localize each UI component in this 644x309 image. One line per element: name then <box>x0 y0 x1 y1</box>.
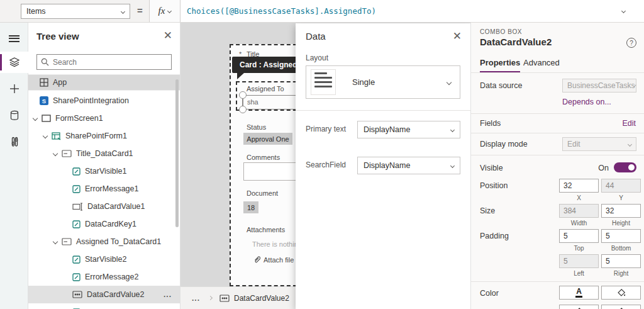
property-selector[interactable]: Items <box>21 4 130 19</box>
primary-text-value: DisplayName <box>364 125 410 134</box>
font-color-button[interactable]: A <box>559 286 599 300</box>
chevron-expanded-icon[interactable] <box>53 151 58 156</box>
tree-item-title-datacard1[interactable]: Title_DataCard1 <box>28 145 180 162</box>
tree-item-errormessage2[interactable]: ErrorMessage2 <box>28 268 180 286</box>
data-sources-button[interactable] <box>0 104 28 126</box>
tree-view-button[interactable] <box>0 52 28 73</box>
close-icon[interactable]: ✕ <box>453 30 462 43</box>
layout-dropdown[interactable]: Single <box>306 65 460 99</box>
tree-item-label: DataCardValue1 <box>87 202 145 211</box>
tree-item-label: DataCardKey1 <box>85 220 136 228</box>
tree-item-clipped[interactable] <box>28 303 180 309</box>
advanced-tools-button[interactable] <box>0 131 28 152</box>
breadcrumb-ellipsis[interactable]: ... <box>192 294 200 303</box>
tree-item-label: FormScreen1 <box>55 114 103 123</box>
database-icon <box>9 110 19 121</box>
tree-view-header: Tree view ✕ <box>28 23 180 50</box>
divider <box>471 72 644 73</box>
chevron-expanded-icon[interactable] <box>33 116 38 121</box>
primary-text-dropdown[interactable]: DisplayName <box>357 121 460 138</box>
position-label: Position <box>480 181 508 190</box>
chevron-down-icon <box>628 142 632 146</box>
paint-bucket-icon <box>617 288 626 297</box>
fields-edit-link[interactable]: Edit <box>622 119 636 128</box>
resize-handle[interactable] <box>239 106 247 113</box>
powerapps-studio: Items = fx Choices([@BusinessCaseTasks].… <box>0 0 644 309</box>
position-x-input[interactable]: 32 <box>559 179 599 193</box>
tree-view-panel: Tree view ✕ App S SharePointIntegration <box>28 23 180 309</box>
insert-button[interactable] <box>0 78 28 99</box>
sharepoint-icon: S <box>40 96 48 105</box>
help-icon[interactable]: ? <box>626 38 636 48</box>
left-label: Left <box>559 270 599 277</box>
search-field-value: DisplayName <box>364 161 410 170</box>
tree-item-label: DataCardValue2 <box>87 290 145 299</box>
tab-properties[interactable]: Properties <box>480 58 520 73</box>
properties-panel: COMBO BOX DataCardValue2 ? Properties Ad… <box>470 23 644 309</box>
tree-item-assignedto-datacard1[interactable]: Assigned To_DataCard1 <box>28 233 180 250</box>
color-label: Color <box>480 289 499 298</box>
selection-fill-button-clipped[interactable] <box>601 305 641 309</box>
tree-item-label: App <box>53 78 67 87</box>
tree-item-starvisible2[interactable]: StarVisible2 <box>28 250 180 268</box>
depends-on-link[interactable]: Depends on... <box>562 98 611 106</box>
padding-bottom-input[interactable]: 5 <box>601 229 641 243</box>
tree-item-starvisible1[interactable]: StarVisible1 <box>28 162 180 180</box>
padding-left-input[interactable]: 5 <box>559 254 599 268</box>
search-field-dropdown[interactable]: DisplayName <box>357 157 460 174</box>
control-type-label: COMBO BOX <box>480 28 522 35</box>
attach-file-link[interactable]: Attach file <box>253 256 294 264</box>
tree-item-datacardvalue2-selected[interactable]: DataCardValue2 ... <box>28 286 180 303</box>
tree-item-errormessage1[interactable]: ErrorMessage1 <box>28 180 180 198</box>
display-mode-dropdown[interactable]: Edit <box>562 137 636 151</box>
padding-top-input[interactable]: 5 <box>559 229 599 243</box>
tree-item-sharepointintegration[interactable]: S SharePointIntegration <box>28 92 180 110</box>
tree-item-sharepointform1[interactable]: SharePointForm1 <box>28 127 180 145</box>
close-icon[interactable]: ✕ <box>164 29 172 42</box>
tree-item-label: SharePointForm1 <box>65 132 127 140</box>
padding-right-input[interactable]: 5 <box>601 254 641 268</box>
position-y-input[interactable]: 44 <box>601 179 641 193</box>
size-height-value: 32 <box>606 206 614 215</box>
top-label: Top <box>559 245 599 252</box>
tree-item-datacardkey1[interactable]: DataCardKey1 <box>28 215 180 233</box>
divider <box>296 110 470 111</box>
equals-sign: = <box>137 5 143 16</box>
resize-handle[interactable] <box>239 91 247 99</box>
tree-item-label: ErrorMessage1 <box>85 184 138 193</box>
tree-search[interactable] <box>36 54 172 70</box>
chevron-expanded-icon[interactable] <box>53 239 58 244</box>
status-value[interactable]: Approval One <box>243 133 292 145</box>
display-mode-label: Display mode <box>480 140 528 149</box>
bottom-label: Bottom <box>601 245 641 252</box>
hamburger-menu-button[interactable] <box>0 28 28 49</box>
label-icon <box>72 185 80 193</box>
control-name: DataCardValue2 <box>480 37 552 47</box>
selection-color-button-clipped[interactable] <box>559 305 599 309</box>
size-height-input[interactable]: 32 <box>601 204 641 218</box>
padding-label: Padding <box>480 232 509 240</box>
tree-view-title: Tree view <box>36 31 79 42</box>
form-icon <box>52 132 61 140</box>
search-input[interactable] <box>53 58 167 67</box>
document-value[interactable]: 18 <box>243 201 258 213</box>
tree-item-datacardvalue1[interactable]: DataCardValue1 <box>28 198 180 215</box>
tree-item-formscreen1[interactable]: FormScreen1 <box>28 110 180 127</box>
row-menu-ellipsis-icon[interactable]: ... <box>164 290 172 299</box>
property-selector-value: Items <box>26 7 46 16</box>
breadcrumb-item-datacardvalue2[interactable]: DataCardValue2 <box>219 294 289 303</box>
combobox-icon <box>72 291 82 298</box>
tab-advanced[interactable]: Advanced <box>523 58 560 71</box>
data-source-dropdown[interactable]: BusinessCaseTasks <box>562 79 636 93</box>
search-icon <box>41 58 49 66</box>
padding-top-value: 5 <box>564 232 568 240</box>
chevron-expanded-icon[interactable] <box>43 133 48 138</box>
left-rail <box>0 23 28 309</box>
fill-color-button[interactable] <box>601 286 641 300</box>
visible-toggle[interactable] <box>614 162 636 172</box>
tree-item-app[interactable]: App <box>28 74 180 91</box>
formula-input[interactable]: Choices([@BusinessCaseTasks].AssignedTo) <box>180 0 644 22</box>
fx-button[interactable]: fx <box>149 0 180 22</box>
size-width-input[interactable]: 384 <box>559 204 599 218</box>
tree-scrollbar[interactable] <box>175 79 179 227</box>
